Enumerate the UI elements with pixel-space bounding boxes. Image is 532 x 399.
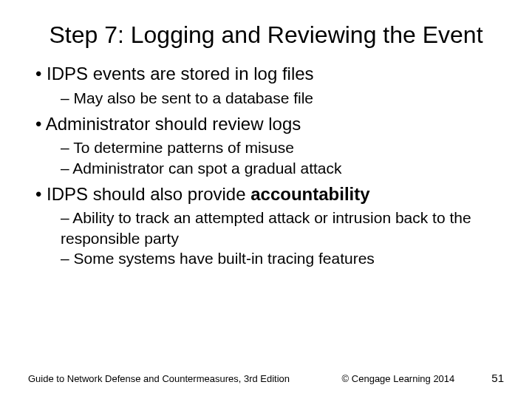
bullet-1: IDPS events are stored in log files May … [35,62,504,108]
bullet-1-text: IDPS events are stored in log files [47,64,314,83]
footer-page-number: 51 [454,372,504,384]
bullet-3-sub-1: Ability to track an attempted attack or … [61,208,504,248]
bullet-list: IDPS events are stored in log files May … [28,62,504,268]
slide-title: Step 7: Logging and Reviewing the Event [28,21,504,49]
bullet-2-sub-1: To determine patterns of misuse [61,137,504,157]
footer-source: Guide to Network Defense and Countermeas… [28,373,320,384]
slide: Step 7: Logging and Reviewing the Event … [0,0,532,399]
bullet-2-sublist: To determine patterns of misuse Administ… [35,137,504,178]
bullet-2-text: Administrator should review logs [46,114,301,134]
bullet-3-sublist: Ability to track an attempted attack or … [35,208,504,268]
bullet-3-sub-2: Some systems have built-in tracing featu… [61,248,504,268]
bullet-3: IDPS should also provide accountability … [35,183,504,268]
bullet-2: Administrator should review logs To dete… [35,112,504,178]
bullet-2-sub-2: Administrator can spot a gradual attack [61,158,504,178]
footer-copyright: © Cengage Learning 2014 [320,373,455,384]
footer: Guide to Network Defense and Countermeas… [28,372,504,384]
bullet-1-sub-1: May also be sent to a database file [61,88,504,108]
bullet-3-text-b: accountability [250,184,369,204]
bullet-1-sublist: May also be sent to a database file [35,88,504,108]
bullet-3-text-a: IDPS should also provide [47,184,250,204]
